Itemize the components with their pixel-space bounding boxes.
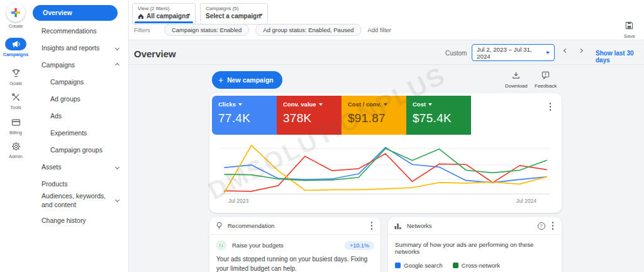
app-rail: Create Campaigns Goals bbox=[0, 0, 31, 272]
megaphone-icon bbox=[11, 40, 21, 48]
rail-item-label: Tools bbox=[0, 105, 31, 110]
filters-label: Filters bbox=[134, 26, 150, 33]
scorecard-label: Cost bbox=[413, 101, 426, 108]
performance-card: Clicks 77.4K Conv. value 378K Cost / con… bbox=[209, 93, 562, 213]
main-content: Overview Custom Jul 2, 2023 – Jul 31, 20… bbox=[129, 40, 644, 272]
legend-item: Cross-network bbox=[453, 262, 500, 269]
view-selector-value: All campaigns bbox=[147, 13, 189, 20]
chevron-down-icon bbox=[384, 103, 387, 106]
download-button[interactable]: Download bbox=[505, 71, 528, 89]
bar-chart-icon bbox=[394, 222, 402, 230]
sidebar-item-campaign-groups[interactable]: Campaign groups bbox=[31, 142, 129, 159]
sidebar-item-overview[interactable]: Overview bbox=[33, 5, 118, 21]
sidebar-item-label: Assets bbox=[42, 163, 62, 171]
billing-card-icon bbox=[11, 118, 21, 127]
legend-swatch bbox=[453, 263, 458, 268]
rail-item-admin[interactable]: Admin bbox=[0, 140, 31, 159]
legend-label: Google search bbox=[404, 262, 443, 269]
scorecard-label: Clicks bbox=[218, 101, 236, 108]
rail-item-label: Billing bbox=[0, 130, 31, 135]
chevron-down-icon bbox=[238, 103, 242, 106]
sidebar-item-change-history[interactable]: Change history bbox=[31, 212, 129, 229]
download-icon bbox=[512, 71, 520, 79]
plus-icon bbox=[11, 8, 21, 18]
show-last-30-days-link[interactable]: Show last 30 days bbox=[596, 50, 644, 64]
sidebar-item-label: Campaign groups bbox=[50, 146, 103, 154]
date-mode-label: Custom bbox=[445, 50, 467, 57]
recommendation-body: Your ads stopped running on your busiest… bbox=[209, 253, 380, 272]
campaign-selector[interactable]: Campaigns (5) Select a campaign bbox=[200, 3, 268, 25]
rail-item-campaigns[interactable]: Campaigns bbox=[0, 38, 31, 57]
save-button[interactable]: Save bbox=[624, 21, 635, 39]
gear-icon bbox=[11, 142, 21, 151]
page-title: Overview bbox=[134, 48, 176, 59]
scorecard-label: Cost / conv. bbox=[348, 101, 381, 108]
next-period-button[interactable] bbox=[579, 48, 583, 53]
sidebar-item-recommendations[interactable]: Recommendations bbox=[31, 23, 129, 40]
recommendation-title[interactable]: Raise your budgets bbox=[232, 242, 284, 249]
save-label: Save bbox=[624, 33, 635, 39]
tools-icon bbox=[11, 93, 21, 102]
sidebar-item-experiments[interactable]: Experiments bbox=[31, 125, 129, 142]
rail-item-goals[interactable]: Goals bbox=[0, 67, 31, 86]
lightbulb-icon bbox=[216, 222, 223, 230]
filter-chip-ad-group-status[interactable]: Ad group status: Enabled, Paused bbox=[255, 24, 361, 36]
rail-item-label: Goals bbox=[0, 81, 31, 86]
add-filter-button[interactable]: Add filter bbox=[368, 26, 392, 33]
budget-arrows-icon: ↑↓ bbox=[216, 240, 226, 251]
filter-chip-campaign-status[interactable]: Campaign status: Enabled bbox=[164, 24, 249, 36]
scorecard[interactable]: Cost $75.4K bbox=[406, 96, 471, 135]
help-icon[interactable]: ? bbox=[538, 222, 545, 230]
chevron-down-icon bbox=[546, 52, 550, 54]
scorecard[interactable]: Clicks 77.4K bbox=[212, 96, 277, 135]
active-view-indicator bbox=[135, 21, 193, 23]
card-menu-button[interactable] bbox=[369, 220, 375, 232]
rail-item-tools[interactable]: Tools bbox=[0, 91, 31, 110]
sidebar-item-label: Campaigns bbox=[42, 61, 75, 69]
download-label: Download bbox=[505, 83, 528, 89]
sidebar-item-label: Ads bbox=[50, 112, 62, 120]
scorecard-value: 77.4K bbox=[218, 111, 270, 125]
rail-item-billing[interactable]: Billing bbox=[0, 116, 31, 135]
top-bar: View (2 filters) All campaigns Campaigns… bbox=[129, 0, 644, 40]
card-menu-button[interactable] bbox=[548, 101, 553, 113]
chevron-down-icon bbox=[115, 198, 119, 202]
legend-item: Google search bbox=[395, 262, 443, 269]
x-axis-start-label: Jul 2023 bbox=[228, 198, 248, 204]
previous-period-button[interactable] bbox=[564, 48, 568, 53]
date-range-picker[interactable]: Jul 2, 2023 – Jul 31, 2024 bbox=[472, 44, 555, 61]
home-icon bbox=[138, 13, 144, 20]
new-campaign-label: New campaign bbox=[227, 76, 274, 84]
feedback-button[interactable]: Feedback bbox=[535, 71, 557, 89]
create-button[interactable]: Create bbox=[0, 3, 31, 29]
card-menu-button[interactable] bbox=[550, 220, 556, 232]
card-title: Recommendation bbox=[228, 222, 274, 229]
scorecard-value: 378K bbox=[283, 111, 335, 125]
sidebar-item-label: Insights and reports bbox=[42, 44, 99, 52]
scorecards-row: Clicks 77.4K Conv. value 378K Cost / con… bbox=[212, 96, 471, 135]
trend-chart bbox=[221, 139, 550, 196]
sidebar-item-ad-groups[interactable]: Ad groups bbox=[31, 91, 129, 108]
sidebar-item-audiences-keywords-content[interactable]: Audiences, keywords, and content bbox=[31, 189, 129, 212]
sidebar-nav: Overview Recommendations Insights and re… bbox=[31, 0, 129, 272]
sidebar-item-campaigns[interactable]: Campaigns bbox=[31, 74, 129, 91]
sidebar-item-label: Experiments bbox=[50, 129, 87, 137]
view-selector-label: View (2 filters) bbox=[138, 6, 190, 11]
date-range-value: Jul 2, 2023 – Jul 31, 2024 bbox=[477, 46, 542, 60]
sidebar-item-campaigns-section[interactable]: Campaigns bbox=[31, 57, 129, 74]
trophy-icon bbox=[11, 69, 21, 78]
networks-card: Networks ? Summary of how your ads are p… bbox=[388, 217, 562, 272]
recommendation-card: Recommendation ↑↓ Raise your budgets +10… bbox=[209, 217, 380, 272]
feedback-label: Feedback bbox=[535, 83, 557, 89]
scorecard[interactable]: Cost / conv. $91.87 bbox=[341, 96, 406, 135]
sidebar-item-insights-and-reports[interactable]: Insights and reports bbox=[31, 40, 129, 57]
chevron-down-icon bbox=[259, 14, 263, 16]
filters-row: Filters Campaign status: Enabled Ad grou… bbox=[134, 24, 391, 36]
sidebar-item-label: Overview bbox=[43, 9, 72, 16]
sidebar-item-ads[interactable]: Ads bbox=[31, 108, 129, 125]
scorecard[interactable]: Conv. value 378K bbox=[277, 96, 341, 135]
sidebar-item-assets[interactable]: Assets bbox=[31, 159, 129, 176]
feedback-icon bbox=[541, 71, 550, 79]
new-campaign-button[interactable]: + New campaign bbox=[212, 71, 282, 89]
view-selector[interactable]: View (2 filters) All campaigns bbox=[132, 3, 196, 25]
